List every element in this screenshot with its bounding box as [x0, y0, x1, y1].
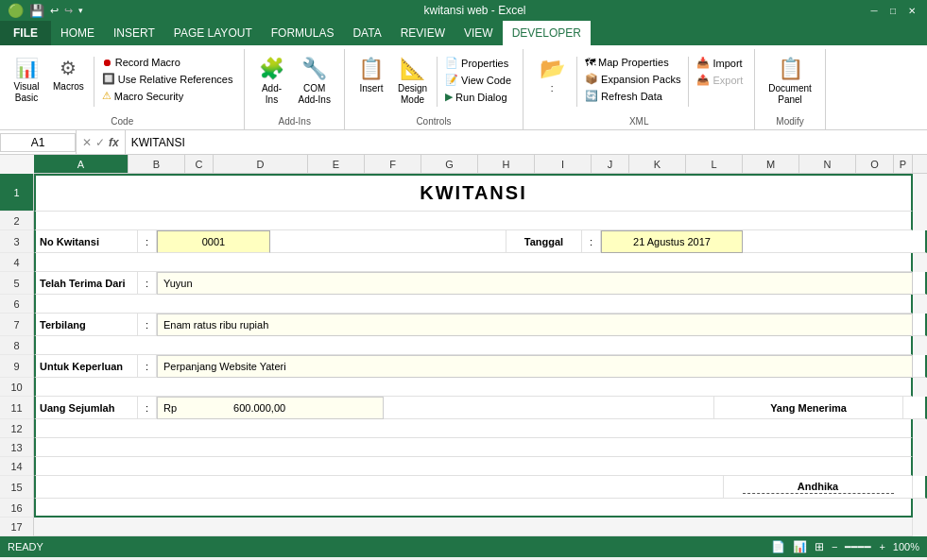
col-header-b[interactable]: B [129, 155, 185, 173]
zoom-in-btn[interactable]: + [879, 541, 884, 552]
tanggal-colon-cell: : [582, 230, 601, 253]
col-header-o[interactable]: O [856, 155, 894, 173]
macros-button[interactable]: ⚙ Macros [47, 53, 90, 96]
row-num-6[interactable]: 6 [0, 295, 34, 314]
col-header-f[interactable]: F [365, 155, 421, 173]
xml-col1: 🗺 Map Properties 📦 Expansion Packs 🔄 Ref… [581, 53, 684, 104]
undo-btn[interactable]: ↩ [50, 5, 59, 17]
row-num-8[interactable]: 8 [0, 336, 34, 355]
add-ins-label: Add-Ins [262, 83, 282, 106]
map-properties-button[interactable]: 🗺 Map Properties [581, 55, 684, 70]
row4-merged [34, 253, 913, 272]
layout-normal-btn[interactable]: 📄 [771, 540, 785, 553]
col-header-n[interactable]: N [799, 155, 856, 173]
row-num-9[interactable]: 9 [0, 355, 34, 378]
document-panel-button[interactable]: 📋 DocumentPanel [763, 53, 817, 110]
row-num-7[interactable]: 7 [0, 314, 34, 336]
col-header-k[interactable]: K [629, 155, 686, 173]
kwitansi-title-cell[interactable]: KWITANSI [34, 174, 913, 212]
close-btn[interactable]: ✕ [904, 4, 919, 17]
menu-page-layout[interactable]: PAGE LAYOUT [164, 21, 262, 45]
row-num-12[interactable]: 12 [0, 419, 34, 438]
no-value-cell[interactable]: 0001 [157, 230, 270, 253]
keperluan-value-cell[interactable]: Perpanjang Website Yateri [157, 355, 913, 378]
col-header-d[interactable]: D [214, 155, 308, 173]
design-mode-button[interactable]: 📐 DesignMode [392, 53, 433, 110]
menu-file[interactable]: FILE [0, 21, 51, 45]
col-header-p[interactable]: P [894, 155, 913, 173]
com-add-ins-button[interactable]: 🔧 COMAdd-Ins [292, 53, 335, 110]
menu-review[interactable]: REVIEW [391, 21, 455, 45]
function-btn[interactable]: fx [109, 136, 119, 149]
layout-page-btn[interactable]: 📊 [793, 540, 807, 553]
run-dialog-label: Run Dialog [455, 92, 506, 103]
row-num-15[interactable]: 15 [0, 476, 34, 499]
redo-btn[interactable]: ↪ [64, 5, 73, 17]
row-num-5[interactable]: 5 [0, 272, 34, 295]
col-header-e[interactable]: E [308, 155, 365, 173]
terbilang-value-cell[interactable]: Enam ratus ribu rupiah [157, 314, 913, 336]
separator2 [437, 57, 438, 107]
col-header-i[interactable]: I [535, 155, 592, 173]
import-button[interactable]: 📥 Import [693, 55, 747, 71]
macro-security-button[interactable]: ⚠ Macro Security [98, 88, 237, 104]
run-dialog-button[interactable]: ▶ Run Dialog [441, 89, 515, 105]
modify-group-label: Modify [761, 114, 819, 129]
document-panel-label: DocumentPanel [768, 83, 812, 106]
insert-control-button[interactable]: 📋 Insert [352, 53, 390, 98]
properties-button[interactable]: 📄 Properties [441, 55, 515, 71]
maximize-btn[interactable]: □ [885, 4, 901, 17]
row-17: 17 [0, 518, 927, 536]
col-header-h[interactable]: H [478, 155, 535, 173]
menu-developer[interactable]: DEVELOPER [503, 21, 591, 45]
menu-data[interactable]: DATA [343, 21, 390, 45]
row-num-11[interactable]: 11 [0, 397, 34, 419]
row-num-14[interactable]: 14 [0, 457, 34, 476]
terima-value-cell[interactable]: Yuyun [157, 272, 913, 295]
col-header-g[interactable]: G [421, 155, 478, 173]
col-header-c[interactable]: C [185, 155, 214, 173]
separator3 [576, 57, 577, 107]
refresh-data-icon: 🔄 [585, 90, 598, 102]
macros-label: Macros [53, 81, 84, 93]
menu-home[interactable]: HOME [51, 21, 104, 45]
formula-input[interactable] [126, 134, 927, 151]
view-code-button[interactable]: 📝 View Code [441, 72, 515, 88]
visual-basic-button[interactable]: 📊 VisualBasic [8, 53, 45, 108]
row-num-13[interactable]: 13 [0, 438, 34, 457]
col-header-m[interactable]: M [743, 155, 799, 173]
row-num-3[interactable]: 3 [0, 230, 34, 253]
menu-view[interactable]: VIEW [455, 21, 503, 45]
row-num-10[interactable]: 10 [0, 378, 34, 397]
add-ins-button[interactable]: 🧩 Add-Ins [252, 53, 290, 110]
row11-end [903, 397, 927, 419]
menu-formulas[interactable]: FORMULAS [262, 21, 344, 45]
zoom-slider[interactable]: ━━━━ [845, 541, 871, 553]
expansion-packs-button[interactable]: 📦 Expansion Packs [581, 71, 684, 87]
row-num-4[interactable]: 4 [0, 253, 34, 272]
zoom-out-btn[interactable]: − [832, 541, 837, 552]
row-num-16[interactable]: 16 [0, 499, 34, 518]
relative-references-button[interactable]: 🔲 Use Relative References [98, 71, 237, 87]
col-header-a[interactable]: A [34, 155, 129, 173]
record-macro-button[interactable]: ⏺ Record Macro [98, 55, 237, 70]
ribbon-group-code: 📊 VisualBasic ⚙ Macros ⏺ Record Macro 🔲 … [0, 49, 245, 129]
uang-value-cell[interactable]: Rp 600.000,00 [157, 397, 384, 419]
save-btn[interactable]: 💾 [29, 4, 44, 18]
source-button[interactable]: 📂 : [531, 53, 573, 97]
row-num-2[interactable]: 2 [0, 212, 34, 230]
cancel-formula-btn[interactable]: ✕ [82, 136, 92, 149]
row-1: 1 KWITANSI [0, 174, 927, 212]
col-header-l[interactable]: L [686, 155, 743, 173]
minimize-btn[interactable]: ─ [867, 4, 882, 17]
refresh-data-button[interactable]: 🔄 Refresh Data [581, 88, 684, 104]
menu-insert[interactable]: INSERT [104, 21, 164, 45]
cell-reference-input[interactable]: A1 [0, 133, 76, 152]
tanggal-value-cell[interactable]: 21 Agustus 2017 [601, 230, 743, 253]
row-num-17[interactable]: 17 [0, 518, 34, 536]
layout-break-btn[interactable]: ⊞ [815, 540, 824, 553]
export-button[interactable]: 📤 Export [693, 72, 747, 88]
confirm-formula-btn[interactable]: ✓ [95, 136, 105, 149]
col-header-j[interactable]: J [592, 155, 629, 173]
row-num-1[interactable]: 1 [0, 174, 34, 212]
